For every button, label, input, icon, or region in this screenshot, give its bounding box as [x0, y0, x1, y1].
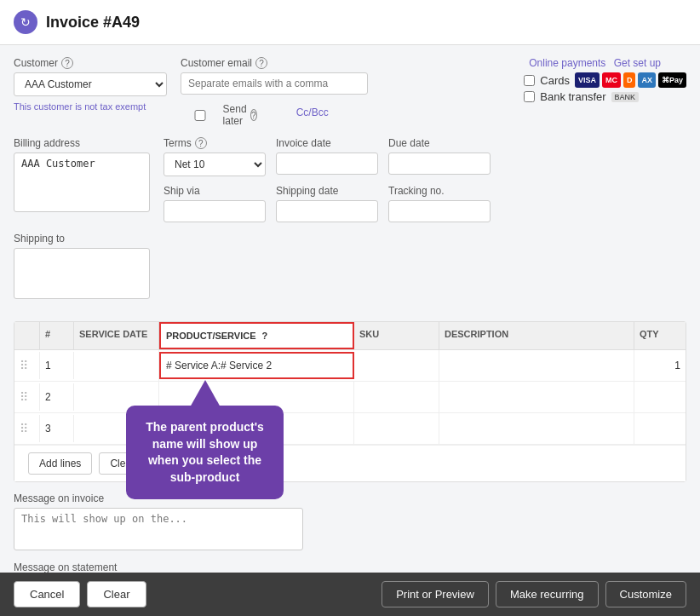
visa-icon: VISA	[575, 72, 600, 88]
amex-icon: AX	[638, 72, 656, 88]
customer-select[interactable]: AAA Customer	[14, 72, 167, 96]
sku-2[interactable]	[354, 382, 439, 412]
print-preview-button[interactable]: Print or Preview	[382, 581, 489, 607]
add-lines-button[interactable]: Add lines	[28, 452, 92, 475]
bottom-bar: Cancel Clear Print or Preview Make recur…	[0, 573, 700, 616]
message-invoice-textarea[interactable]	[14, 508, 303, 550]
qty-1[interactable]: 1	[634, 352, 686, 379]
service-date-1[interactable]	[74, 350, 159, 381]
form-area: Customer ? AAA Customer This customer is…	[0, 45, 700, 321]
table-row: ⠿ 1 # Service A:# Service 2 1	[14, 350, 686, 382]
th-sku: SKU	[354, 322, 439, 349]
terms-help-icon[interactable]: ?	[195, 137, 207, 149]
card-icons: VISA MC D AX ⌘Pay	[575, 72, 686, 88]
customer-field-group: Customer ? AAA Customer This customer is…	[14, 57, 167, 112]
tooltip-text: The parent product's name will show up w…	[146, 420, 264, 484]
invoice-date-input[interactable]: 10/27/2020	[276, 153, 378, 175]
online-payments-title: Online payments Get set up	[524, 57, 686, 69]
qty-3[interactable]	[634, 415, 686, 442]
shipping-to-field-group: Shipping to	[14, 233, 150, 299]
qty-2[interactable]	[634, 383, 686, 411]
terms-field-group: Terms ? Net 10	[164, 137, 266, 176]
bank-icon: BANK	[611, 92, 640, 102]
drag-handle-2[interactable]: ⠿	[14, 383, 40, 411]
customize-button[interactable]: Customize	[605, 581, 686, 607]
row-shipping: Shipping to	[14, 233, 686, 299]
drag-handle-3[interactable]: ⠿	[14, 415, 40, 442]
clear-button[interactable]: Clear	[87, 581, 146, 607]
right-buttons: Print or Preview Make recurring Customiz…	[382, 581, 686, 607]
email-label: Customer email ?	[181, 57, 368, 69]
row-customer: Customer ? AAA Customer This customer is…	[14, 57, 686, 127]
cc-bcc-link[interactable]: Cc/Bcc	[296, 107, 329, 118]
desc-input-2[interactable]	[445, 387, 628, 407]
sku-input-3[interactable]	[359, 418, 436, 439]
make-recurring-button[interactable]: Make recurring	[496, 581, 599, 607]
sku-3[interactable]	[354, 413, 439, 444]
mc-icon: MC	[602, 72, 621, 88]
desc-input-1[interactable]	[445, 355, 628, 376]
row-num-1: 1	[40, 352, 74, 379]
apple-pay-icon: ⌘Pay	[658, 72, 686, 88]
service-date-input-2[interactable]	[79, 387, 156, 407]
top-bar: ↻ Invoice #A49	[0, 0, 700, 45]
email-help-icon[interactable]: ?	[255, 57, 267, 69]
line-items-table: # SERVICE DATE PRODUCT/SERVICE ? SKU DES…	[14, 321, 686, 482]
billing-textarea[interactable]: AAA Customer	[14, 153, 150, 212]
customer-help-icon[interactable]: ?	[61, 57, 73, 69]
terms-dates-row: Terms ? Net 10 Invoice date 10/27/2020 D…	[164, 137, 491, 176]
tooltip-bubble: The parent product's name will show up w…	[126, 406, 284, 499]
send-later: Send later ?	[181, 103, 257, 127]
desc-input-3[interactable]	[445, 418, 628, 439]
table-actions: Add lines Clear all lines Add s	[14, 445, 686, 481]
tracking-input[interactable]	[388, 200, 491, 222]
shipping-date-field-group: Shipping date	[276, 185, 378, 222]
email-field-group: Customer email ? Send later ? Cc/Bcc	[181, 57, 368, 127]
shipping-to-textarea[interactable]	[14, 248, 150, 299]
sku-1[interactable]	[354, 350, 439, 381]
send-later-help-icon[interactable]: ?	[250, 109, 257, 121]
ship-via-input[interactable]	[164, 200, 266, 222]
message-on-invoice-section: Message on invoice	[14, 492, 686, 553]
bank-transfer-row: Bank transfer BANK	[524, 90, 686, 103]
email-input[interactable]	[181, 72, 368, 95]
th-product: PRODUCT/SERVICE ?	[159, 322, 354, 349]
shipping-to-label: Shipping to	[14, 233, 150, 245]
bank-transfer-label: Bank transfer	[540, 90, 605, 103]
tax-exempt-text[interactable]: This customer is not tax exempt	[14, 101, 167, 112]
row-billing: Billing address AAA Customer Terms ? Net…	[14, 137, 686, 222]
send-later-checkbox[interactable]	[181, 110, 220, 121]
invoice-date-label: Invoice date	[276, 137, 378, 149]
table-row: ⠿ 3	[14, 413, 686, 445]
bank-transfer-checkbox[interactable]	[524, 91, 535, 102]
cancel-button[interactable]: Cancel	[14, 581, 80, 607]
description-3[interactable]	[439, 413, 634, 444]
terms-select[interactable]: Net 10	[164, 153, 266, 176]
get-set-up-link[interactable]: Get set up	[614, 57, 661, 69]
drag-handle-1[interactable]: ⠿	[14, 352, 40, 379]
cards-row: Cards VISA MC D AX ⌘Pay	[524, 72, 686, 88]
product-1[interactable]: # Service A:# Service 2	[159, 352, 354, 379]
customer-label: Customer ?	[14, 57, 167, 69]
sku-input-1[interactable]	[359, 355, 436, 376]
tracking-field-group: Tracking no.	[388, 185, 491, 222]
description-2[interactable]	[439, 382, 634, 412]
shipping-date-label: Shipping date	[276, 185, 378, 197]
th-drag	[14, 322, 40, 349]
th-num: #	[40, 322, 74, 349]
table-header: # SERVICE DATE PRODUCT/SERVICE ? SKU DES…	[14, 322, 686, 350]
cards-label: Cards	[540, 74, 570, 87]
discover-icon: D	[623, 72, 636, 88]
product-help-icon[interactable]: ?	[262, 331, 268, 341]
ship-via-field-group: Ship via	[164, 185, 266, 222]
ship-via-label: Ship via	[164, 185, 266, 197]
service-date-input-1[interactable]	[79, 355, 156, 376]
due-date-input[interactable]: 11/06/2020	[388, 153, 491, 175]
shipping-date-input[interactable]	[276, 200, 378, 222]
cards-checkbox[interactable]	[524, 75, 535, 86]
th-description: DESCRIPTION	[439, 322, 634, 349]
th-service-date: SERVICE DATE	[74, 322, 159, 349]
description-1[interactable]	[439, 350, 634, 381]
due-date-label: Due date	[388, 137, 491, 149]
sku-input-2[interactable]	[359, 387, 436, 407]
